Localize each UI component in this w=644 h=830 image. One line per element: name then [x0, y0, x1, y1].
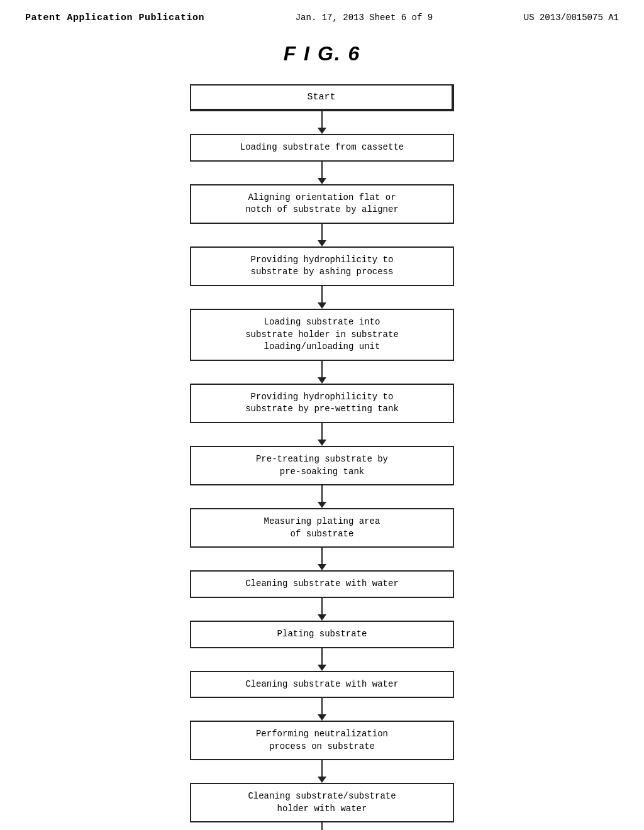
header-date-sheet: Jan. 17, 2013 Sheet 6 of 9: [296, 13, 433, 23]
step8-box: Cleaning substrate with water: [190, 570, 454, 598]
start-box: Start: [190, 84, 454, 111]
page-header: Patent Application Publication Jan. 17, …: [25, 13, 619, 23]
step12-text: Cleaning substrate/substrateholder with …: [248, 791, 396, 814]
step5-text: Providing hydrophilicity tosubstrate by …: [245, 392, 399, 414]
header-publication-label: Patent Application Publication: [25, 13, 204, 23]
step9-box: Plating substrate: [190, 621, 454, 648]
arrow-5: [321, 423, 323, 441]
step8-text: Cleaning substrate with water: [245, 578, 399, 589]
step6-box: Pre-treating substrate bypre-soaking tan…: [190, 446, 454, 485]
step10-text: Cleaning substrate with water: [245, 679, 399, 689]
step2-text: Aligning orientation flat ornotch of sub…: [245, 192, 399, 215]
step3-box: Providing hydrophilicity tosubstrate by …: [190, 246, 454, 286]
arrow-3: [321, 286, 323, 304]
arrow-12: [321, 822, 323, 830]
figure-title: F I G. 6: [25, 42, 619, 65]
step11-box: Performing neutralizationprocess on subs…: [190, 721, 454, 760]
flowchart: Start Loading substrate from cassette Al…: [25, 84, 619, 830]
step4-text: Loading substrate intosubstrate holder i…: [245, 317, 399, 351]
step9-text: Plating substrate: [277, 629, 367, 639]
step1-box: Loading substrate from cassette: [190, 134, 454, 162]
step6-text: Pre-treating substrate bypre-soaking tan…: [256, 454, 388, 477]
arrow-9: [321, 648, 323, 666]
arrow-0: [321, 111, 323, 129]
step3-text: Providing hydrophilicity tosubstrate by …: [251, 255, 394, 277]
step7-text: Measuring plating areaof substrate: [264, 516, 380, 539]
arrow-8: [321, 598, 323, 616]
arrow-2: [321, 224, 323, 241]
arrow-10: [321, 698, 323, 716]
arrow-1: [321, 162, 323, 179]
step5-box: Providing hydrophilicity tosubstrate by …: [190, 384, 454, 423]
step2-box: Aligning orientation flat ornotch of sub…: [190, 184, 454, 224]
arrow-6: [321, 485, 323, 503]
arrow-11: [321, 760, 323, 778]
header-patent-number: US 2013/0015075 A1: [524, 13, 619, 23]
arrow-4: [321, 361, 323, 379]
step4-box: Loading substrate intosubstrate holder i…: [190, 309, 454, 361]
step10-box: Cleaning substrate with water: [190, 671, 454, 699]
step7-box: Measuring plating areaof substrate: [190, 508, 454, 548]
step12-box: Cleaning substrate/substrateholder with …: [190, 783, 454, 822]
start-label: Start: [307, 92, 335, 102]
arrow-7: [321, 548, 323, 565]
step1-text: Loading substrate from cassette: [240, 142, 404, 152]
step11-text: Performing neutralizationprocess on subs…: [256, 729, 388, 751]
